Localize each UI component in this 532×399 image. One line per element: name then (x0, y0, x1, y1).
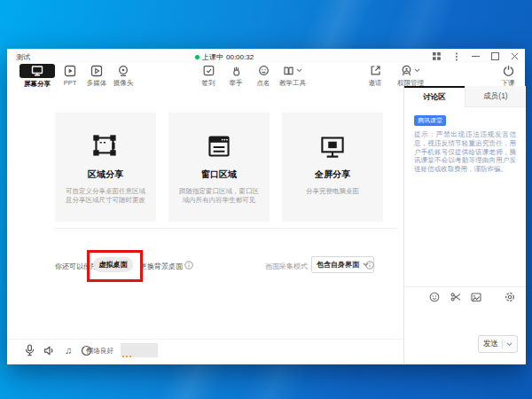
raise-hand-icon (231, 64, 242, 77)
tab-screen-share[interactable]: 屏幕分享 (20, 64, 55, 89)
permission-manage-button[interactable]: 权限管理 (397, 64, 424, 89)
tab-camera[interactable]: 摄像头 (112, 64, 135, 89)
card-fullscreen-share[interactable]: 全屏分享 分享完整电脑桌面 (282, 113, 383, 222)
roll-call-icon (258, 64, 270, 77)
tab-ppt[interactable]: PPT (59, 64, 82, 89)
class-timer: 00:00:32 (226, 53, 254, 61)
chat-settings-gear-icon[interactable] (504, 291, 515, 302)
tab-multimedia[interactable]: 多媒体 (85, 64, 108, 89)
info-icon[interactable] (184, 261, 193, 270)
sign-in-icon (203, 64, 215, 77)
action-raise-hand[interactable]: 举手 (224, 64, 247, 89)
card-window-share[interactable]: 窗口区域 跟随指定窗口区域，窗口区域内所有内容学生都可见 (168, 113, 270, 222)
virtual-desktop-hint-suffix: 更换背景桌面 (140, 262, 183, 271)
chevron-down-icon (296, 68, 302, 73)
live-dot-icon (195, 55, 200, 59)
speaker-icon[interactable] (43, 344, 55, 356)
layout-grid-icon[interactable] (432, 51, 442, 61)
window-controls (432, 51, 520, 61)
teaching-tools-icon (283, 64, 294, 77)
camera-icon (117, 64, 129, 77)
tab-discussion[interactable]: 讨论区 (404, 86, 465, 107)
screen-share-icon (20, 64, 55, 78)
panel-tabs: 讨论区 成员(1) (404, 86, 526, 107)
card-region-share[interactable]: 区域分享 可自定义分享桌面任意区域且分享区域尺寸可随时更改 (55, 113, 156, 222)
class-status: 上课中 00:00:32 (195, 52, 254, 62)
permission-icon (401, 64, 412, 77)
discussion-panel: 讨论区 成员(1) 腾讯课堂 提示：严禁出现违法违规发言信息，视违反情节轻重追究… (403, 86, 526, 364)
card-title: 窗口区域 (168, 168, 270, 181)
image-icon[interactable] (470, 291, 481, 302)
chevron-down-icon (506, 342, 512, 347)
invite-icon (370, 64, 381, 77)
class-actions: 签到 举手 点名 (197, 64, 306, 89)
end-class-button[interactable]: 下课 (497, 64, 520, 89)
fullscreen-share-icon (282, 129, 383, 164)
screenshot-scissors-icon[interactable] (450, 291, 461, 302)
preview-placeholder (121, 343, 158, 357)
message-toolbar (404, 286, 526, 303)
window-share-icon (168, 129, 270, 164)
desktop-background: 测试 上课中 00:00:32 (0, 0, 532, 399)
microphone-icon[interactable] (23, 344, 35, 356)
share-mode-tabs: 屏幕分享 PPT 多媒体 (20, 64, 135, 89)
region-share-icon (55, 129, 156, 164)
tab-members[interactable]: 成员(1) (465, 86, 526, 107)
ppt-icon (64, 64, 76, 77)
badge-row: 腾讯课堂 (414, 115, 526, 126)
maximize-button[interactable] (490, 51, 500, 61)
more-menu-icon[interactable] (451, 51, 461, 61)
action-teaching-tools[interactable]: 教学工具 (279, 64, 306, 89)
divider (55, 228, 397, 229)
system-notice: 提示：严禁出现违法违规发言信息，视违反情节轻重追究责任，用户手机账号仅提供给该课… (414, 130, 516, 174)
multimedia-icon (90, 64, 103, 77)
app-window: 测试 上课中 00:00:32 (7, 49, 525, 364)
music-icon[interactable]: ♫ (62, 344, 74, 356)
card-title: 区域分享 (55, 168, 156, 181)
emoji-icon[interactable] (428, 291, 440, 302)
end-class-icon (503, 64, 514, 77)
card-description: 跟随指定窗口区域，窗口区域内所有内容学生都可见 (177, 187, 261, 205)
capture-mode-value: 包含自身界面 (317, 260, 359, 270)
invite-button[interactable]: 邀请 (364, 64, 387, 89)
preview-marker (122, 356, 133, 357)
info-icon[interactable] (365, 261, 374, 270)
close-button[interactable] (510, 51, 520, 61)
device-status-bar: ♫ 网络良好 (7, 339, 404, 361)
send-button[interactable]: 发送 (478, 335, 518, 353)
share-options-panel: 区域分享 可自定义分享桌面任意区域且分享区域尺寸可随时更改 窗口区域 跟随指定窗… (7, 90, 404, 364)
card-description: 可自定义分享桌面任意区域且分享区域尺寸可随时更改 (64, 187, 147, 205)
network-status-text: 网络良好 (87, 347, 113, 356)
chevron-down-icon (414, 68, 420, 73)
card-description: 分享完整电脑桌面 (291, 187, 374, 196)
virtual-desktop-button[interactable]: 虚拟桌面 (93, 257, 133, 272)
app-title: 测试 (16, 52, 30, 62)
action-sign-in[interactable]: 签到 (197, 64, 220, 89)
capture-mode-label: 画面采集模式： (265, 262, 315, 271)
send-divider (502, 340, 503, 348)
minimize-button[interactable] (471, 51, 481, 61)
titlebar: 测试 上课中 00:00:32 (7, 49, 525, 63)
class-status-label: 上课中 (202, 52, 223, 62)
send-label: 发送 (483, 339, 498, 349)
system-badge: 腾讯课堂 (414, 115, 446, 126)
card-title: 全屏分享 (282, 168, 383, 181)
action-roll-call[interactable]: 点名 (252, 64, 275, 89)
